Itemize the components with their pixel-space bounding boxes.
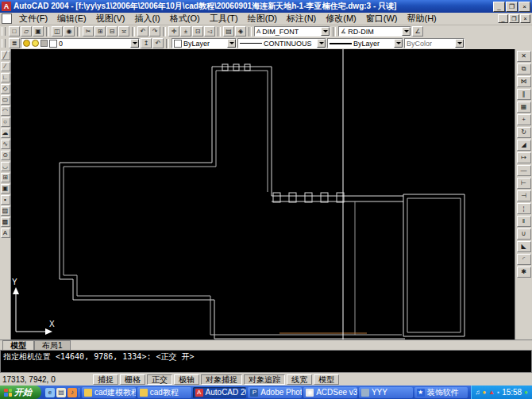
extend-button[interactable]: ⊣ (517, 190, 531, 201)
make-object-layer-current-button[interactable]: ↥ (141, 38, 152, 48)
toggle-lwt[interactable]: 线宽 (287, 374, 312, 385)
task-photoshop[interactable]: PAdobe Photo... (248, 387, 302, 398)
tab-model[interactable]: 模型 (2, 340, 34, 350)
network-icon[interactable]: ▪ (497, 389, 499, 397)
combo-dropdown-icon[interactable] (317, 39, 326, 48)
combo-dropdown-icon[interactable] (321, 27, 330, 36)
minimize-button[interactable]: _ (493, 2, 505, 12)
plot-preview-button[interactable]: ◉ (64, 26, 75, 36)
menu-item-insert[interactable]: 插入(I) (129, 13, 164, 25)
show-desktop-icon[interactable]: ▤ (56, 388, 66, 397)
copy-object-button[interactable]: ⧉ (517, 63, 531, 75)
doc-minimize-button[interactable]: _ (498, 14, 508, 23)
menu-item-format[interactable]: 格式(O) (165, 13, 205, 25)
polygon-button[interactable]: ◇ (1, 84, 10, 94)
menu-item-help[interactable]: 帮助(H) (403, 13, 441, 25)
coordinates-readout[interactable]: 17313, 7942, 0 (2, 375, 91, 384)
paste-button[interactable]: ⊟ (106, 26, 118, 36)
toggle-snap[interactable]: 捕捉 (93, 374, 118, 385)
menu-item-modify[interactable]: 修改(M) (321, 13, 361, 25)
internet-explorer-icon[interactable]: e (45, 388, 55, 397)
fillet-button[interactable]: ◜ (517, 254, 531, 265)
menu-item-file[interactable]: 文件(F) (14, 13, 52, 25)
region-button[interactable]: ▩ (1, 217, 10, 227)
plotstyle-combo[interactable]: ByColor (404, 38, 465, 48)
explode-button[interactable]: ✱ (517, 267, 531, 278)
designcenter-button[interactable]: ◈ (235, 26, 246, 36)
antivirus-icon[interactable]: ▲ (488, 389, 495, 397)
undo-button[interactable]: ↶ (137, 26, 148, 36)
task-acdsee[interactable]: ◉ACDSee v3.1... (303, 387, 357, 398)
point-button[interactable]: • (1, 195, 10, 205)
lineweight-combo[interactable]: ByLayer (327, 38, 403, 48)
start-button[interactable]: 开始 (0, 386, 41, 399)
toggle-otrack[interactable]: 对象追踪 (244, 374, 285, 385)
hatch-button[interactable]: ▨ (1, 206, 10, 216)
close-button[interactable]: × (519, 2, 530, 12)
menu-item-dimension[interactable]: 标注(N) (282, 13, 321, 25)
revision-cloud-button[interactable]: ☁ (1, 129, 10, 138)
polyline-button[interactable]: ∟ (1, 73, 10, 82)
arc-button[interactable]: ◠ (1, 106, 10, 116)
language-indicator-icon[interactable]: ● (524, 389, 528, 397)
toggle-osnap[interactable]: 对象捕捉 (201, 374, 242, 385)
menu-item-view[interactable]: 视图(V) (91, 13, 130, 25)
color-combo[interactable]: ByLayer (172, 38, 237, 48)
erase-button[interactable]: ✕ (517, 51, 531, 62)
combo-dropdown-icon[interactable] (130, 39, 139, 48)
match-properties-button[interactable]: ≍ (118, 26, 129, 36)
doc-close-button[interactable]: × (520, 14, 530, 23)
messenger-icon[interactable]: ● (483, 389, 487, 397)
menu-item-draw[interactable]: 绘图(D) (243, 13, 282, 25)
break-at-point-button[interactable]: ¦ (517, 203, 531, 214)
mirror-button[interactable]: ⋈ (517, 76, 531, 87)
scale-button[interactable]: ◢ (517, 140, 531, 151)
menu-item-window[interactable]: 窗口(W) (361, 13, 403, 25)
array-button[interactable]: ▦ (517, 102, 531, 113)
task-cad-modeling-tutorial[interactable]: cad建模教程 (82, 387, 136, 398)
rectangle-button[interactable]: ▭ (1, 95, 10, 105)
break-button[interactable]: ‖ (517, 216, 531, 227)
zoom-realtime-button[interactable]: ± (180, 26, 191, 36)
drawing-canvas[interactable]: YX (11, 49, 515, 340)
toolbar-grip[interactable] (2, 27, 6, 36)
text-style-combo[interactable]: A DIM_FONT (254, 26, 330, 36)
circle-button[interactable]: ○ (1, 117, 10, 127)
task-cad-tutorial[interactable]: cad教程 (137, 387, 191, 398)
dim-update-button[interactable]: ∠ (412, 26, 423, 36)
redo-button[interactable]: ↷ (149, 26, 160, 36)
lengthen-button[interactable]: — (517, 165, 531, 176)
combo-dropdown-icon[interactable] (227, 39, 236, 48)
layers-button[interactable]: ≣ (9, 38, 20, 48)
task-autocad[interactable]: AAutoCAD 200... (193, 387, 247, 398)
toolbar-grip[interactable] (2, 39, 6, 48)
restore-button[interactable]: ❐ (506, 2, 518, 12)
media-player-icon[interactable]: ♪ (67, 388, 77, 397)
toggle-grid[interactable]: 栅格 (120, 374, 145, 385)
combo-dropdown-icon[interactable] (402, 27, 411, 36)
toggle-ortho[interactable]: 正交 (147, 374, 172, 385)
trim-button[interactable]: ⊢ (517, 178, 531, 189)
menu-item-edit[interactable]: 编辑(E) (52, 13, 91, 25)
linetype-combo[interactable]: CONTINUOUS (237, 38, 326, 48)
chamfer-button[interactable]: ◣ (517, 241, 531, 252)
stretch-button[interactable]: ↦ (517, 152, 531, 163)
task-yyy[interactable]: YYY (359, 387, 413, 398)
task-decor-software[interactable]: ★装饰软件 (414, 387, 468, 398)
cut-button[interactable]: ✂ (83, 26, 94, 36)
volume-icon[interactable]: ♫ (476, 389, 480, 397)
zoom-previous-button[interactable]: ◅ (204, 26, 215, 36)
toggle-model[interactable]: 模型 (314, 374, 339, 385)
spline-button[interactable]: ∿ (1, 140, 10, 149)
insert-block-button[interactable]: ⊞ (1, 173, 10, 182)
properties-button[interactable]: ▤ (223, 26, 234, 36)
open-button[interactable]: ▱ (21, 26, 32, 36)
toggle-polar[interactable]: 极轴 (174, 374, 199, 385)
ellipse-arc-button[interactable]: ◡ (1, 162, 10, 171)
zoom-window-button[interactable]: ⊡ (192, 26, 203, 36)
tab-layout1[interactable]: 布局1 (34, 340, 71, 350)
make-block-button[interactable]: ▣ (1, 184, 10, 194)
line-button[interactable]: ╱ (1, 51, 10, 60)
offset-button[interactable]: ∥ (517, 89, 531, 100)
plot-button[interactable]: ◫ (52, 26, 63, 36)
